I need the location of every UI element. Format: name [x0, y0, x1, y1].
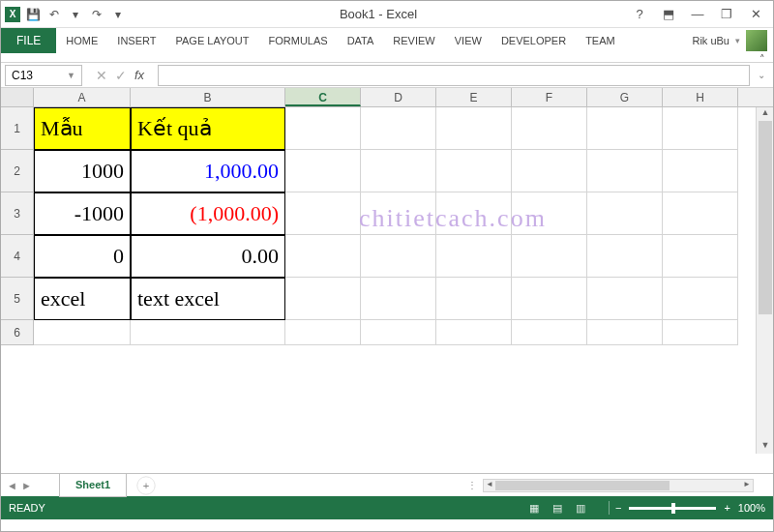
cell-A3[interactable]: -1000 [34, 192, 131, 235]
cell-D3[interactable] [361, 192, 436, 235]
scroll-left-icon[interactable]: ◄ [486, 480, 493, 488]
cell-B3[interactable]: (1,000.00) [131, 192, 285, 235]
cell-A6[interactable] [34, 320, 131, 345]
prev-sheet-icon[interactable]: ◄ [7, 480, 17, 491]
enter-formula-icon[interactable]: ✓ [115, 68, 127, 83]
tab-developer[interactable]: DEVELOPER [491, 28, 576, 53]
cell-E6[interactable] [436, 320, 512, 345]
tab-team[interactable]: TEAM [576, 28, 625, 53]
cancel-formula-icon[interactable]: ✕ [96, 68, 107, 83]
cell-E3[interactable] [436, 192, 512, 235]
cell-A5[interactable]: excel [34, 278, 131, 320]
tab-pagelayout[interactable]: PAGE LAYOUT [165, 28, 258, 53]
sheet-nav[interactable]: ◄► [1, 480, 59, 491]
tab-formulas[interactable]: FORMULAS [259, 28, 338, 53]
vertical-scroll-thumb[interactable] [759, 121, 772, 314]
cell-G5[interactable] [587, 278, 663, 320]
select-all-button[interactable] [1, 88, 34, 106]
cell-G6[interactable] [587, 320, 663, 345]
row-header-4[interactable]: 4 [1, 235, 34, 278]
page-break-view-icon[interactable]: ▥ [570, 499, 591, 517]
cell-D1[interactable] [361, 107, 436, 150]
cell-E2[interactable] [436, 150, 512, 192]
row-header-1[interactable]: 1 [1, 107, 34, 150]
horizontal-scrollbar[interactable]: ◄ ► [483, 479, 754, 492]
user-dropdown-icon[interactable]: ▾ [735, 36, 740, 45]
ribbon-display-icon[interactable]: ⬒ [659, 6, 678, 23]
tab-home[interactable]: HOME [56, 28, 107, 53]
cell-C6[interactable] [285, 320, 361, 345]
minimize-button[interactable]: — [688, 6, 707, 23]
cell-H5[interactable] [663, 278, 738, 320]
cell-B5[interactable]: text excel [131, 278, 285, 320]
avatar[interactable] [746, 30, 767, 51]
cell-G3[interactable] [587, 192, 663, 235]
cell-A1[interactable]: Mẫu [34, 107, 131, 150]
col-header-D[interactable]: D [361, 88, 436, 106]
new-sheet-button[interactable]: + [136, 476, 155, 494]
col-header-E[interactable]: E [436, 88, 512, 106]
cell-E5[interactable] [436, 278, 512, 320]
cell-D5[interactable] [361, 278, 436, 320]
cell-B1[interactable]: Kết quả [131, 107, 285, 150]
vertical-scrollbar[interactable]: ▲ ▼ [756, 107, 773, 454]
cell-F3[interactable] [512, 192, 587, 235]
cell-H6[interactable] [663, 320, 738, 345]
user-name[interactable]: Rik uBu [692, 35, 729, 46]
col-header-F[interactable]: F [512, 88, 587, 106]
col-header-B[interactable]: B [131, 88, 285, 106]
cell-H4[interactable] [663, 235, 738, 278]
next-sheet-icon[interactable]: ► [21, 480, 32, 491]
cell-F1[interactable] [512, 107, 587, 150]
cell-B6[interactable] [131, 320, 285, 345]
cell-D2[interactable] [361, 150, 436, 192]
zoom-out-button[interactable]: − [615, 502, 621, 514]
cell-C3[interactable] [285, 192, 361, 235]
tab-data[interactable]: DATA [338, 28, 384, 53]
help-icon[interactable]: ? [630, 6, 649, 23]
row-header-5[interactable]: 5 [1, 278, 34, 320]
row-header-2[interactable]: 2 [1, 150, 34, 192]
tab-review[interactable]: REVIEW [383, 28, 444, 53]
cell-A4[interactable]: 0 [34, 235, 131, 278]
row-header-6[interactable]: 6 [1, 320, 34, 345]
cell-F5[interactable] [512, 278, 587, 320]
excel-icon[interactable]: X [5, 7, 20, 22]
name-box[interactable]: C13 ▼ [5, 65, 82, 86]
scroll-down-icon[interactable]: ▼ [757, 440, 773, 454]
cell-F6[interactable] [512, 320, 587, 345]
cell-H2[interactable] [663, 150, 738, 192]
cell-G1[interactable] [587, 107, 663, 150]
insert-function-icon[interactable]: fx [134, 68, 144, 82]
qat-dropdown-icon[interactable]: ▾ [67, 6, 84, 23]
cell-A2[interactable]: 1000 [34, 150, 131, 192]
cell-H3[interactable] [663, 192, 738, 235]
scroll-up-icon[interactable]: ▲ [757, 107, 773, 121]
redo-icon[interactable]: ↷ [88, 6, 105, 23]
formula-bar-expand-icon[interactable]: ⌄ [754, 70, 769, 80]
tab-file[interactable]: FILE [1, 28, 56, 53]
normal-view-icon[interactable]: ▦ [523, 499, 545, 517]
cell-B4[interactable]: 0.00 [131, 235, 285, 278]
qat-customize-icon[interactable]: ▾ [109, 6, 127, 23]
col-header-A[interactable]: A [34, 88, 131, 106]
cell-F4[interactable] [512, 235, 587, 278]
cell-D6[interactable] [361, 320, 436, 345]
save-icon[interactable]: 💾 [24, 6, 42, 23]
zoom-level[interactable]: 100% [738, 502, 765, 514]
cell-C1[interactable] [285, 107, 361, 150]
tab-view[interactable]: VIEW [445, 28, 491, 53]
restore-button[interactable]: ❐ [717, 6, 736, 23]
cell-F2[interactable] [512, 150, 587, 192]
col-header-C[interactable]: C [285, 88, 361, 106]
formula-bar[interactable] [158, 65, 750, 86]
row-header-3[interactable]: 3 [1, 192, 34, 235]
cell-H1[interactable] [663, 107, 738, 150]
undo-icon[interactable]: ↶ [45, 6, 63, 23]
cell-C5[interactable] [285, 278, 361, 320]
cell-D4[interactable] [361, 235, 436, 278]
cell-G2[interactable] [587, 150, 663, 192]
sheet-tab-sheet1[interactable]: Sheet1 [59, 474, 127, 497]
split-handle-icon[interactable]: ⋮ [467, 480, 477, 490]
cell-E1[interactable] [436, 107, 512, 150]
